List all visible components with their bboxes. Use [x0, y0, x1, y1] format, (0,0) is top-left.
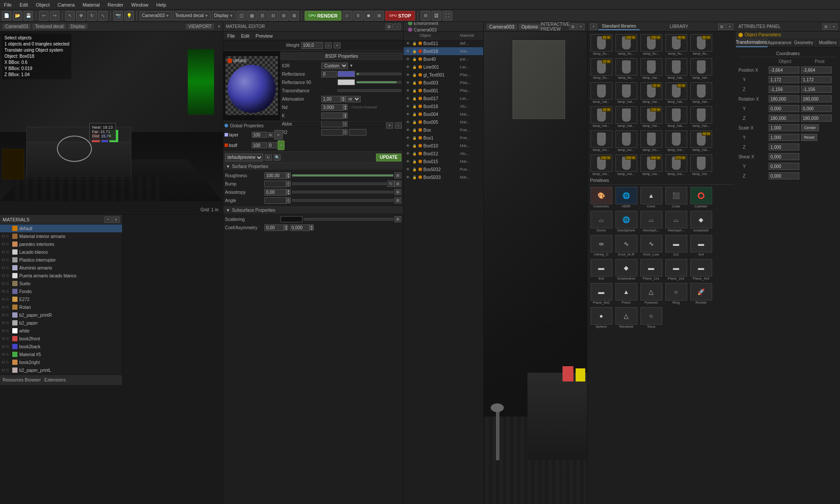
library-primitive-item[interactable]: ⌓ Dome	[589, 210, 613, 233]
lock-icon[interactable]: 🔒	[412, 151, 417, 156]
material-item[interactable]: M Sb2_paper_printR	[0, 311, 122, 319]
lib-tab-standard[interactable]: Standard libraries	[598, 23, 640, 30]
resources-browser-label[interactable]: Resources Browser	[3, 378, 41, 382]
menu-item-window[interactable]: Window	[129, 2, 151, 7]
lock-icon[interactable]: 🔒	[412, 175, 417, 180]
gp-btn1[interactable]: +	[386, 122, 393, 129]
reflectance-input[interactable]	[321, 71, 337, 77]
library-primitive-item[interactable]: 🚀 Rocket	[689, 282, 713, 305]
library-lamp-item[interactable]: 40 W lamp_flu...	[664, 33, 688, 56]
display2-dropdown[interactable]: Display ▼	[212, 11, 235, 20]
rot-y-obj-input[interactable]	[769, 105, 799, 112]
library-primitive-item[interactable]: ○ Torus	[639, 306, 663, 329]
scale-x-obj-input[interactable]	[769, 124, 799, 131]
library-lamp-item[interactable]: 40 W lamp_hal...	[589, 105, 613, 129]
lock-icon[interactable]: 🔒	[412, 119, 417, 125]
library-primitive-item[interactable]: 🌐 GeoSphere	[614, 210, 638, 233]
lock-icon[interactable]: 🔒	[412, 64, 417, 70]
library-lamp-item[interactable]: 575 W lamp_me...	[664, 154, 688, 177]
attr-tab-geometry[interactable]: Geometry	[792, 38, 816, 47]
shear-x-obj-input[interactable]	[769, 153, 799, 160]
preview-search[interactable]: 🔍	[274, 154, 281, 161]
shear-z-obj-input[interactable]	[769, 172, 799, 179]
library-primitive-item[interactable]: ⬛ Cube	[664, 186, 688, 209]
viewport-camera-label[interactable]: Camera003	[3, 24, 31, 29]
material-item[interactable]: M SSuelo	[0, 280, 122, 287]
me-menu-file[interactable]: File	[225, 33, 237, 38]
tree-item[interactable]: 👁 🔒 Box017 Lac...	[404, 94, 483, 102]
redo-btn[interactable]: ↪	[50, 11, 60, 21]
tree-item[interactable]: 👁 🔒 Box011 def...	[404, 39, 483, 47]
tree-item[interactable]: 👁 🔒 Box001 Plas...	[404, 87, 483, 94]
library-lamp-item[interactable]: lamp_inc...	[589, 130, 613, 153]
angle-map[interactable]: ⊞	[394, 197, 401, 203]
library-lamp-item[interactable]: 200 W lamp_me...	[614, 154, 638, 177]
ior-select[interactable]: Custom	[321, 63, 348, 69]
rotate-btn[interactable]: ↻	[87, 11, 97, 21]
materials-list[interactable]: defaultM SMaterial interior armarioM Spa…	[0, 224, 122, 374]
layer-val-input[interactable]	[252, 132, 267, 138]
eye-icon[interactable]: 👁	[405, 80, 411, 85]
bump-slider[interactable]	[292, 182, 387, 185]
material-item[interactable]: M Sbook2front	[0, 335, 122, 343]
me-menu-edit[interactable]: Edit	[239, 33, 252, 38]
render-opt4[interactable]: ⊞	[374, 11, 384, 21]
rot-x-piv-input[interactable]	[801, 95, 832, 102]
undo-btn[interactable]: ↩	[39, 11, 49, 21]
layer-n-checkbox[interactable]: N	[268, 132, 273, 137]
eye-icon[interactable]: 👁	[405, 112, 411, 117]
k-input[interactable]	[321, 112, 343, 119]
lock-icon[interactable]: 🔒	[412, 135, 417, 140]
bump-map[interactable]: ↻	[387, 181, 394, 187]
lib-content[interactable]: 63 W lamp_flu... 100 W lamp_flu... 150 W…	[587, 32, 736, 504]
weight-plus[interactable]: +	[334, 42, 341, 49]
library-lamp-item[interactable]: lamp_hal...	[639, 57, 663, 80]
rot-x-obj-input[interactable]	[769, 95, 799, 102]
pos-z-obj-input[interactable]	[769, 86, 799, 93]
material-item[interactable]: M Sbook2right	[0, 358, 122, 366]
library-primitive-item[interactable]: ▲ Prism	[614, 282, 638, 305]
library-lamp-item[interactable]: 33 W lamp_hal...	[639, 81, 663, 105]
nd-input[interactable]	[321, 104, 343, 111]
center-btn[interactable]: Center	[801, 124, 819, 131]
tree-item[interactable]: 👁 🔒 Box40 par...	[404, 55, 483, 63]
mat-add-btn[interactable]: +	[105, 217, 112, 223]
angle-input[interactable]	[264, 197, 286, 204]
material-item[interactable]: M Swhite	[0, 327, 122, 335]
fullscreen-btn[interactable]: ⛶	[443, 11, 452, 21]
lock-icon[interactable]: 🔒	[412, 159, 417, 164]
library-lamp-item[interactable]: lamp_hal...	[664, 105, 688, 129]
eye-icon[interactable]: 👁	[405, 104, 411, 109]
library-primitive-item[interactable]: ○ Ring	[664, 282, 688, 305]
viewport-display2-label[interactable]: Display	[68, 24, 88, 29]
eye-icon[interactable]: 👁	[405, 56, 411, 62]
coef-input2[interactable]	[290, 224, 309, 231]
tree-item[interactable]: 👁 🔒 Box015 Mat...	[404, 158, 483, 165]
library-primitive-item[interactable]: ∞ Infinity_C	[589, 234, 613, 257]
pos-x-piv-input[interactable]	[801, 66, 832, 74]
shear-y-obj-input[interactable]	[769, 163, 799, 170]
library-lamp-item[interactable]: 100 W lamp_flu...	[614, 33, 638, 56]
roughness-input[interactable]	[264, 172, 286, 179]
library-lamp-item[interactable]: 46 W lamp_hal...	[689, 130, 713, 153]
menu-item-help[interactable]: Help	[154, 2, 169, 7]
viewport-scene[interactable]: Near: 18.13 Far: 15.71 Dist: 15.70 Selec…	[0, 32, 223, 214]
library-lamp-item[interactable]: 63 W lamp_flu...	[589, 33, 613, 56]
material-item[interactable]: M Sb2_paper	[0, 319, 122, 327]
library-primitive-item[interactable]: 🎨 Colorchec	[589, 186, 613, 209]
scattering-swatch[interactable]	[281, 216, 302, 222]
pos-x-obj-input[interactable]	[769, 66, 799, 74]
lock-icon[interactable]: 🔒	[412, 167, 417, 172]
material-item[interactable]: M SMaterial #5	[0, 350, 122, 358]
library-primitive-item[interactable]: ◆ Icosahedr	[689, 210, 713, 233]
ip-options-label[interactable]: Options	[519, 24, 541, 30]
tree-item[interactable]: 👁 🔒 Box018 Mat...	[404, 47, 483, 55]
library-primitive-item[interactable]: ▬ 4x4	[689, 234, 713, 257]
anisotropy-map[interactable]: ⊞	[394, 189, 401, 195]
light-btn[interactable]: 💡	[124, 11, 134, 21]
render-opt1[interactable]: ▷	[343, 11, 352, 21]
pos-y-obj-input[interactable]	[769, 76, 799, 83]
lib-close-btn[interactable]: ×	[726, 24, 733, 30]
library-primitive-item[interactable]: ⭕ Cylinder	[689, 186, 713, 209]
library-primitive-item[interactable]: ▬ 2x2	[664, 234, 688, 257]
